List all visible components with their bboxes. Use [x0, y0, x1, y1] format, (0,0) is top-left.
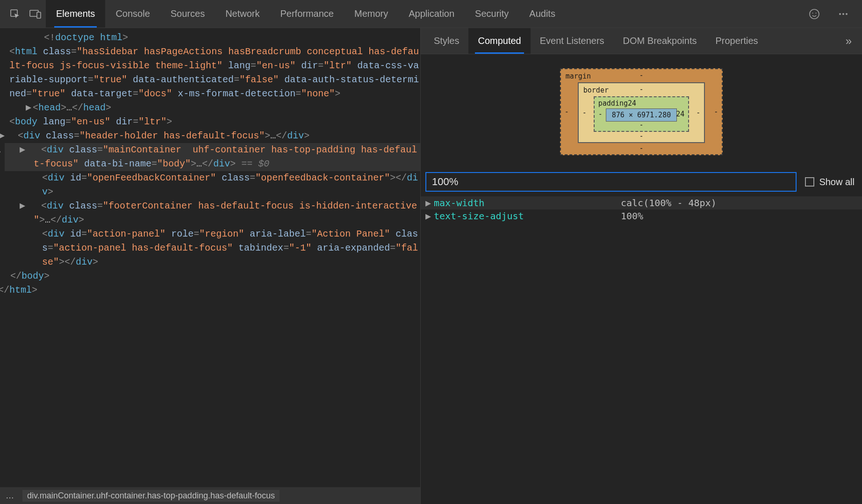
dom-node[interactable]: ▶<div class="footerContainer has-default…: [5, 199, 420, 227]
breadcrumb-overflow[interactable]: …: [6, 491, 14, 501]
top-tab-audits[interactable]: Audits: [519, 0, 566, 28]
dom-node[interactable]: ▶<div class="header-holder has-default-f…: [5, 129, 420, 143]
top-tab-elements[interactable]: Elements: [46, 0, 105, 28]
computed-property-row[interactable]: ▶text-size-adjust100%: [421, 209, 862, 223]
top-tab-application[interactable]: Application: [398, 0, 465, 28]
inspect-element-icon[interactable]: [5, 4, 25, 24]
more-menu-icon[interactable]: [833, 4, 854, 24]
box-model-diagram: margin - - - - border - - - - padding2: [421, 54, 862, 169]
box-model-content[interactable]: 876 × 6971.280: [606, 108, 677, 122]
box-model-border[interactable]: border - - - - padding24 24 - - 876 × 69…: [578, 82, 705, 143]
svg-point-5: [816, 13, 817, 14]
checkbox-icon: [805, 177, 814, 187]
property-name: max-width: [434, 197, 621, 209]
expand-triangle-icon[interactable]: ▶: [10, 129, 17, 143]
sidebar-tab-computed[interactable]: Computed: [468, 28, 530, 54]
dom-node[interactable]: </body>: [5, 269, 420, 283]
sidebar-tab-event-listeners[interactable]: Event Listeners: [531, 28, 614, 54]
dom-node[interactable]: <html class="hasSidebar hasPageActions h…: [5, 45, 420, 101]
feedback-smiley-icon[interactable]: [804, 4, 825, 24]
property-value: 100%: [621, 210, 643, 222]
breadcrumb-item[interactable]: div.mainContainer.uhf-container.has-top-…: [22, 490, 280, 502]
property-value: calc(100% - 48px): [621, 197, 717, 209]
svg-point-7: [842, 13, 844, 15]
dom-node[interactable]: </html>: [5, 283, 420, 297]
computed-property-row[interactable]: ▶max-widthcalc(100% - 48px): [421, 196, 862, 209]
box-model-margin[interactable]: margin - - - - border - - - - padding2: [560, 68, 723, 155]
expand-triangle-icon[interactable]: ▶: [25, 101, 32, 115]
computed-properties-list: ▶max-widthcalc(100% - 48px)▶text-size-ad…: [421, 194, 862, 224]
dom-node-selected[interactable]: …▶<div class="mainContainer uhf-containe…: [5, 143, 420, 171]
top-tab-performance[interactable]: Performance: [270, 0, 345, 28]
dom-node[interactable]: ▶<!doctype html>: [5, 31, 420, 45]
styles-sidebar-tabs: StylesComputedEvent ListenersDOM Breakpo…: [421, 28, 862, 54]
top-tab-memory[interactable]: Memory: [344, 0, 398, 28]
dom-node[interactable]: <div id="openFeedbackContainer" class="o…: [5, 171, 420, 199]
svg-point-4: [812, 13, 813, 14]
dom-node[interactable]: <div id="action-panel" role="region" ari…: [5, 227, 420, 269]
devtools-top-tabbar: ElementsConsoleSourcesNetworkPerformance…: [0, 0, 862, 28]
expand-triangle-icon[interactable]: ▶: [34, 199, 40, 213]
dom-node[interactable]: ▼<body lang="en-us" dir="ltr">: [5, 115, 420, 129]
device-toolbar-icon[interactable]: [25, 4, 46, 24]
svg-point-3: [810, 9, 819, 19]
property-name: text-size-adjust: [434, 210, 621, 222]
sidebar-tab-dom-breakpoints[interactable]: DOM Breakpoints: [614, 28, 706, 54]
collapse-triangle-icon[interactable]: ▼: [2, 115, 8, 129]
top-tab-sources[interactable]: Sources: [160, 0, 215, 28]
expand-triangle-icon[interactable]: ▶: [34, 143, 40, 157]
sidebar-tab-properties[interactable]: Properties: [706, 28, 767, 54]
top-tab-security[interactable]: Security: [465, 0, 519, 28]
show-all-checkbox[interactable]: Show all: [805, 177, 855, 187]
top-tab-console[interactable]: Console: [105, 0, 160, 28]
svg-point-6: [839, 13, 841, 15]
dom-breadcrumb[interactable]: … div.mainContainer.uhf-container.has-to…: [0, 487, 420, 504]
top-tab-network[interactable]: Network: [215, 0, 270, 28]
expand-triangle-icon: ▶: [425, 197, 434, 209]
box-model-padding[interactable]: padding24 24 - - 876 × 6971.280: [594, 96, 689, 132]
svg-point-8: [846, 13, 848, 15]
svg-rect-2: [37, 12, 41, 18]
dom-tree[interactable]: ▶<!doctype html><html class="hasSidebar …: [0, 28, 420, 487]
dom-node[interactable]: ▶<head>…</head>: [5, 101, 420, 115]
computed-filter-input[interactable]: [425, 172, 797, 192]
sidebar-tabs-overflow-icon[interactable]: »: [835, 35, 862, 48]
expand-triangle-icon: ▶: [425, 210, 434, 222]
sidebar-tab-styles[interactable]: Styles: [424, 28, 468, 54]
